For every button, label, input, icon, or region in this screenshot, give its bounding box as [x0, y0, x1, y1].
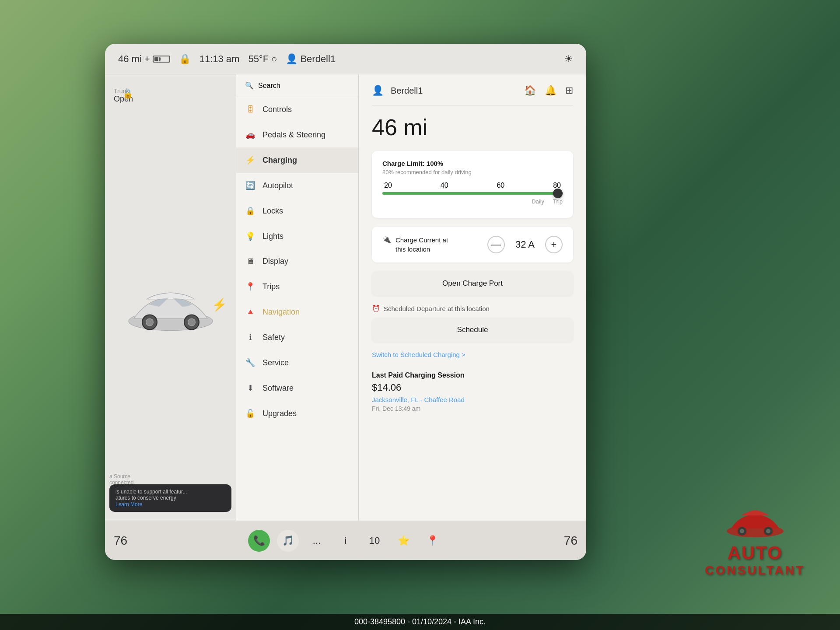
- sidebar-item-safety[interactable]: ℹ Safety: [236, 325, 358, 350]
- sidebar-item-display[interactable]: 🖥 Display: [236, 249, 358, 274]
- slider-labels: Daily Trip: [382, 198, 563, 205]
- last-paid-amount: $14.06: [372, 382, 573, 393]
- info-button[interactable]: i: [335, 530, 357, 552]
- weather-widget: ☀: [564, 53, 573, 65]
- home-icon[interactable]: 🏠: [524, 85, 536, 96]
- info-icon: i: [345, 535, 347, 546]
- charge-limit-label: Charge Limit: 100%: [382, 160, 563, 167]
- daily-label: Daily: [532, 198, 544, 205]
- sidebar-item-label: Trips: [262, 282, 280, 291]
- safety-icon: ℹ: [245, 332, 256, 342]
- search-bar[interactable]: 🔍 Search: [236, 74, 358, 97]
- sidebar-item-label: Software: [262, 384, 294, 393]
- open-charge-port-button[interactable]: Open Charge Port: [372, 271, 573, 296]
- speed-left: 76: [114, 534, 127, 548]
- decrease-current-button[interactable]: —: [487, 236, 505, 253]
- sidebar-item-service[interactable]: 🔧 Service: [236, 350, 358, 375]
- sidebar-item-software[interactable]: ⬇ Software: [236, 375, 358, 401]
- lights-icon: 💡: [245, 231, 256, 241]
- charge-current-controls[interactable]: — 32 A +: [487, 236, 563, 253]
- charge-slider-container[interactable]: 20 40 60 80 Daily Trip: [382, 182, 563, 205]
- sidebar-item-charging[interactable]: ⚡ Charging: [236, 147, 358, 173]
- logo-auto-text: AUTO: [705, 542, 805, 564]
- music-button[interactable]: 🎵: [277, 530, 299, 552]
- svg-point-9: [766, 529, 770, 533]
- logo-car-svg: [720, 506, 790, 541]
- star-icon: ⭐: [398, 535, 410, 546]
- time-value: 11:13 am: [200, 53, 240, 65]
- plug-icon: 🔌: [382, 235, 391, 244]
- range-value: 46 mi: [118, 53, 142, 65]
- more-button[interactable]: ...: [306, 530, 328, 552]
- last-paid-location: Jacksonville, FL - Chaffee Road: [372, 396, 573, 403]
- sidebar-item-label: Safety: [262, 333, 285, 342]
- music-icon: 🎵: [282, 535, 294, 546]
- sidebar-item-label: Charging: [262, 156, 297, 165]
- clock-icon: ⏰: [372, 304, 380, 312]
- notification-subtext: atures to conserve energy: [116, 495, 225, 501]
- locks-icon: 🔒: [245, 206, 256, 216]
- location-button[interactable]: 📍: [421, 530, 443, 552]
- sidebar-item-label: Navigation: [262, 308, 300, 317]
- lock-icon: 🔒: [179, 53, 191, 65]
- sidebar-item-label: Service: [262, 358, 289, 368]
- display-icon: 🖥: [245, 257, 256, 266]
- sidebar-item-controls[interactable]: 🎛 Controls: [236, 97, 358, 122]
- time-display: 11:13 am: [200, 53, 240, 65]
- charge-current-label: 🔌 Charge Current at this location: [382, 235, 448, 254]
- sidebar-item-lights[interactable]: 💡 Lights: [236, 224, 358, 249]
- learn-more-link[interactable]: Learn More: [116, 501, 142, 508]
- sidebar-item-label: Upgrades: [262, 409, 297, 418]
- logo-overlay: AUTO CONSULTANT: [705, 506, 805, 578]
- media-source-text: a Source: [109, 473, 133, 480]
- nav-panel: 🔍 Search 🎛 Controls 🚗 Pedals & Steering …: [236, 74, 359, 521]
- sidebar-item-navigation[interactable]: 🔺 Navigation: [236, 299, 358, 325]
- sidebar-item-autopilot[interactable]: 🔄 Autopilot: [236, 173, 358, 198]
- taskbar-center[interactable]: 📞 🎵 ... i 10 ⭐ 📍: [248, 530, 443, 552]
- lock-icon-left: 🔒: [122, 88, 133, 99]
- lock-status: 🔒: [179, 53, 191, 65]
- calendar-button[interactable]: 10: [364, 530, 385, 552]
- sidebar-item-label: Controls: [262, 105, 292, 114]
- sidebar-item-pedals[interactable]: 🚗 Pedals & Steering: [236, 122, 358, 147]
- sidebar-item-trips[interactable]: 📍 Trips: [236, 274, 358, 299]
- switch-charging-link[interactable]: Switch to Scheduled Charging >: [372, 351, 573, 358]
- marker-60: 60: [497, 182, 504, 189]
- user-icon: 👤: [286, 53, 298, 65]
- scheduled-departure-label: ⏰ Scheduled Departure at this location: [372, 304, 573, 312]
- watermark-bar: 000-38495800 - 01/10/2024 - IAA Inc.: [0, 614, 840, 630]
- phone-button[interactable]: 📞: [248, 530, 270, 552]
- software-icon: ⬇: [245, 383, 256, 393]
- calendar-icon: 10: [369, 535, 380, 546]
- svg-point-7: [740, 529, 744, 533]
- taskbar: 76 📞 🎵 ... i 10 ⭐ 📍 76: [105, 521, 586, 560]
- slider-thumb[interactable]: [553, 189, 563, 198]
- sidebar-item-upgrades[interactable]: 🔓 Upgrades: [236, 401, 358, 426]
- star-button[interactable]: ⭐: [392, 530, 414, 552]
- sidebar-item-label: Display: [262, 257, 288, 266]
- increase-current-button[interactable]: +: [545, 236, 563, 253]
- bell-icon[interactable]: 🔔: [545, 85, 556, 96]
- upgrades-icon: 🔓: [245, 409, 256, 418]
- battery-icon: [153, 56, 170, 63]
- sidebar-item-label: Locks: [262, 206, 283, 216]
- scheduled-departure-text: Scheduled Departure at this location: [384, 305, 490, 312]
- sidebar-item-label: Lights: [262, 232, 284, 241]
- charge-current-text: Charge Current at: [396, 235, 448, 245]
- header-icons: 🏠 🔔 ⊞: [524, 85, 573, 96]
- pedals-icon: 🚗: [245, 130, 256, 140]
- trip-label: Trip: [553, 198, 563, 205]
- car-image: [118, 280, 223, 341]
- current-value-display: 32 A: [512, 239, 538, 250]
- slider-track[interactable]: [382, 192, 563, 195]
- more-dots-icon: ...: [313, 535, 321, 546]
- schedule-button[interactable]: Schedule: [372, 318, 573, 342]
- slider-fill: [382, 192, 563, 195]
- sidebar-item-locks[interactable]: 🔒 Locks: [236, 198, 358, 224]
- battery-tip: [159, 57, 161, 61]
- user-avatar-icon: 👤: [372, 85, 384, 96]
- navigation-icon: 🔺: [245, 307, 256, 317]
- grid-icon[interactable]: ⊞: [565, 85, 573, 96]
- range-display: 46 mi +: [118, 53, 170, 65]
- notification-bar: is unable to support all featur... ature…: [109, 484, 231, 512]
